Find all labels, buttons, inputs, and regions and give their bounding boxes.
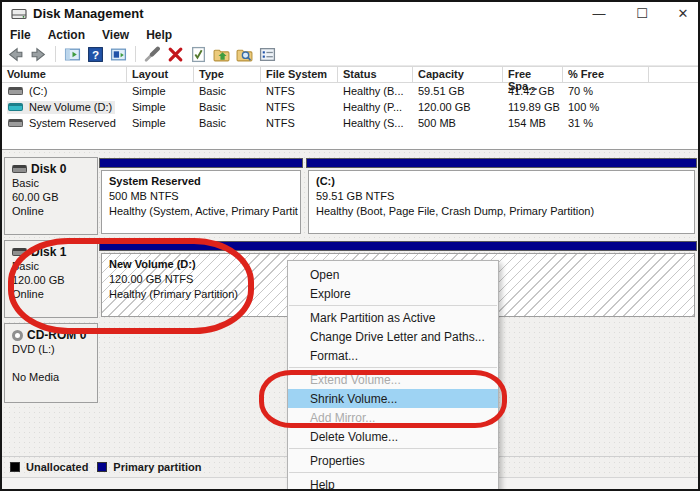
column-header-layout[interactable]: Layout — [127, 67, 194, 82]
disk-name: Disk 0 — [31, 162, 66, 176]
volume-icon — [8, 87, 23, 95]
toolbar: ? — [2, 43, 698, 66]
column-header-free-space[interactable]: Free Spa... — [503, 67, 563, 82]
cell-file-system: NTFS — [266, 117, 295, 129]
cell-capacity: 59.51 GB — [418, 85, 464, 97]
menu-item-explore[interactable]: Explore — [288, 284, 498, 303]
cell-capacity: 500 MB — [418, 117, 456, 129]
cell-free-space: 119.89 GB — [508, 101, 560, 113]
window-title: Disk Management — [33, 6, 144, 21]
properties-icon[interactable] — [259, 46, 276, 63]
menu-item-format[interactable]: Format... — [288, 346, 498, 365]
menu-separator — [289, 305, 497, 306]
toolbar-separator — [135, 46, 136, 62]
partition-title: (C:) — [316, 174, 687, 189]
cdrom-0-label-panel[interactable]: CD-ROM 0 DVD (L:) No Media — [4, 323, 98, 403]
svg-text:?: ? — [92, 47, 99, 60]
partition-color-bar — [99, 158, 303, 168]
cell-capacity: 120.00 GB — [418, 101, 471, 113]
legend-primary-partition: Primary partition — [97, 461, 201, 473]
menu-action[interactable]: Action — [48, 28, 85, 42]
cell-pct-free: 31 % — [568, 117, 593, 129]
cell-status: Healthy (B... — [343, 85, 404, 97]
menu-help[interactable]: Help — [146, 28, 172, 42]
minimize-button[interactable]: — — [582, 2, 616, 26]
menu-item-mark-partition-active[interactable]: Mark Partition as Active — [288, 308, 498, 327]
partition-detail: 59.51 GB NTFS — [316, 189, 687, 204]
column-header-status[interactable]: Status — [338, 67, 413, 82]
forward-icon[interactable] — [30, 46, 47, 63]
disk-type: Basic — [12, 176, 90, 190]
maximize-button[interactable]: ☐ — [625, 2, 659, 26]
unallocated-swatch — [10, 462, 20, 472]
volume-row-c[interactable]: (C:) Simple Basic NTFS Healthy (B... 59.… — [2, 84, 700, 100]
close-button[interactable]: ✕ — [666, 2, 700, 26]
cell-type: Basic — [199, 85, 226, 97]
menu-view[interactable]: View — [102, 28, 129, 42]
column-header-capacity[interactable]: Capacity — [413, 67, 503, 82]
media-status: No Media — [12, 370, 90, 384]
column-header-pct-free[interactable]: % Free — [563, 67, 649, 82]
partition-c[interactable]: (C:) 59.51 GB NTFS Healthy (Boot, Page F… — [306, 157, 697, 235]
cell-layout: Simple — [132, 117, 166, 129]
legend-unallocated: Unallocated — [10, 461, 88, 473]
volume-name: (C:) — [29, 85, 47, 97]
legend-label: Primary partition — [113, 461, 201, 473]
disk-capacity: 60.00 GB — [12, 190, 90, 204]
menu-separator — [289, 472, 497, 473]
menu-separator — [289, 448, 497, 449]
legend-label: Unallocated — [26, 461, 88, 473]
column-header-type[interactable]: Type — [194, 67, 261, 82]
column-header-empty — [649, 67, 700, 82]
volume-icon — [8, 103, 23, 111]
disk-0-row: Disk 0 Basic 60.00 GB Online System Rese… — [4, 157, 693, 235]
drive-letter: DVD (L:) — [12, 342, 90, 356]
disk-status: Online — [12, 204, 90, 218]
delete-icon[interactable] — [167, 46, 184, 63]
column-header-volume[interactable]: Volume — [2, 67, 127, 82]
menu-bar: File Action View Help — [2, 26, 698, 43]
cell-layout: Simple — [132, 101, 166, 113]
menu-item-help[interactable]: Help — [288, 475, 498, 491]
menu-item-open[interactable]: Open — [288, 265, 498, 284]
console-window-icon[interactable] — [64, 46, 81, 63]
screwdriver-icon[interactable] — [144, 46, 161, 63]
back-icon[interactable] — [7, 46, 24, 63]
menu-item-delete-volume[interactable]: Delete Volume... — [288, 427, 498, 446]
cell-type: Basic — [199, 101, 226, 113]
cell-type: Basic — [199, 117, 226, 129]
partition-system-reserved[interactable]: System Reserved 500 MB NTFS Healthy (Sys… — [99, 157, 303, 235]
partition-detail: 500 MB NTFS — [109, 189, 293, 204]
title-bar: Disk Management — ☐ ✕ — [2, 2, 698, 26]
folder-search-icon[interactable] — [236, 46, 253, 63]
partition-color-bar — [306, 158, 697, 168]
cell-free-space: 154 MB — [508, 117, 546, 129]
partition-health: Healthy (Boot, Page File, Crash Dump, Pr… — [316, 204, 687, 219]
cell-file-system: NTFS — [266, 85, 295, 97]
folder-up-icon[interactable] — [213, 46, 230, 63]
menu-item-properties[interactable]: Properties — [288, 451, 498, 470]
cell-free-space: 41.42 GB — [508, 85, 554, 97]
cell-file-system: NTFS — [266, 101, 295, 113]
volume-row-system-reserved[interactable]: System Reserved Simple Basic NTFS Health… — [2, 116, 700, 132]
menu-item-change-drive-letter[interactable]: Change Drive Letter and Paths... — [288, 327, 498, 346]
cd-icon — [12, 330, 23, 341]
annotation-circle-disk1 — [8, 238, 254, 334]
cell-pct-free: 100 % — [568, 101, 599, 113]
volume-name: New Volume (D:) — [29, 101, 112, 113]
volume-list-header: Volume Layout Type File System Status Ca… — [2, 66, 700, 83]
disk-management-window: Disk Management — ☐ ✕ File Action View H… — [0, 0, 700, 491]
partition-health: Healthy (System, Active, Primary Partit — [109, 204, 293, 219]
help-icon[interactable]: ? — [87, 46, 104, 63]
disk-0-label-panel[interactable]: Disk 0 Basic 60.00 GB Online — [4, 157, 98, 235]
column-header-file-system[interactable]: File System — [261, 67, 338, 82]
cell-status: Healthy (S... — [343, 117, 404, 129]
menu-separator — [289, 367, 497, 368]
volume-row-new-volume[interactable]: New Volume (D:) Simple Basic NTFS Health… — [2, 100, 700, 116]
hdd-icon — [12, 165, 27, 173]
volume-icon — [8, 119, 23, 127]
menu-file[interactable]: File — [10, 28, 31, 42]
checklist-icon[interactable] — [190, 46, 207, 63]
toolbar-separator — [55, 46, 56, 62]
media-window-icon[interactable] — [110, 46, 127, 63]
